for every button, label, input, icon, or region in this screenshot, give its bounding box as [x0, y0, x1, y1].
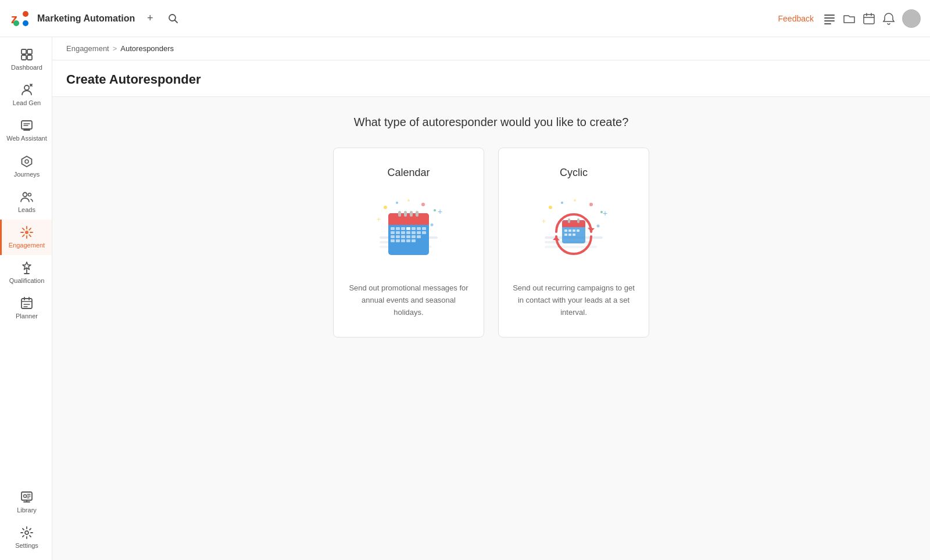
svg-rect-10 [824, 23, 831, 24]
settings-icon [20, 526, 34, 540]
svg-point-31 [25, 231, 28, 234]
svg-rect-111 [568, 229, 571, 232]
breadcrumb-parent[interactable]: Engagement [66, 44, 109, 53]
svg-text:+: + [603, 209, 607, 218]
sidebar-item-qualification[interactable]: Qualification [0, 255, 52, 290]
svg-rect-22 [22, 121, 32, 129]
sidebar-label-journeys: Journeys [14, 171, 40, 178]
svg-rect-93 [412, 239, 416, 242]
svg-point-29 [23, 192, 27, 196]
sidebar-label-web-assistant: Web Assistant [6, 135, 47, 142]
sidebar-label-qualification: Qualification [9, 277, 45, 285]
main-content: Engagement > Autoresponders Create Autor… [52, 37, 930, 560]
sidebar-item-journeys[interactable]: Journeys [0, 149, 52, 184]
calendar-card-description: Send out promotional messages for annual… [348, 282, 470, 318]
breadcrumb-separator: > [113, 44, 117, 53]
svg-rect-70 [396, 227, 400, 230]
svg-point-2 [23, 11, 28, 17]
feedback-button[interactable]: Feedback [778, 14, 814, 23]
cyclic-card-title: Cyclic [560, 167, 588, 179]
svg-point-56 [434, 209, 436, 211]
sidebar: Dashboard Lead Gen Web Assistant [0, 37, 52, 560]
sidebar-label-planner: Planner [16, 313, 38, 320]
svg-rect-67 [410, 211, 413, 217]
sidebar-item-settings[interactable]: Settings [9, 520, 43, 555]
sidebar-label-library: Library [17, 507, 37, 514]
svg-rect-82 [422, 231, 426, 234]
list-icon[interactable] [823, 12, 836, 25]
svg-rect-83 [391, 235, 395, 238]
svg-marker-27 [22, 156, 32, 167]
sidebar-item-engagement[interactable]: Engagement [0, 220, 52, 255]
sidebar-item-library[interactable]: Library [9, 484, 43, 520]
sidebar-label-dashboard: Dashboard [11, 64, 42, 71]
svg-point-55 [421, 203, 425, 206]
cyclic-card-description: Send out recurring campaigns to get in c… [513, 282, 635, 318]
planner-icon [20, 296, 34, 310]
bell-icon[interactable] [882, 12, 895, 25]
svg-rect-81 [417, 231, 421, 234]
svg-point-19 [24, 85, 29, 90]
svg-line-36 [23, 228, 24, 230]
svg-text:+: + [438, 207, 442, 216]
sidebar-bottom: Library Settings [9, 484, 43, 555]
cyclic-card[interactable]: Cyclic [498, 148, 649, 338]
sidebar-item-planner[interactable]: Planner [0, 290, 52, 326]
journeys-icon [20, 155, 34, 168]
sidebar-label-leads: Leads [18, 206, 35, 214]
svg-rect-116 [573, 234, 575, 236]
svg-point-57 [407, 199, 410, 202]
svg-line-6 [175, 20, 178, 23]
page-header: Create Autoresponder [52, 60, 930, 97]
svg-rect-79 [406, 231, 410, 234]
svg-rect-92 [406, 239, 410, 242]
svg-rect-109 [577, 218, 580, 223]
svg-rect-73 [412, 227, 416, 230]
topbar-right: Feedback [778, 9, 921, 28]
breadcrumb-current: Autoresponders [120, 44, 174, 53]
library-icon [20, 490, 34, 504]
svg-rect-78 [401, 231, 405, 234]
svg-rect-72 [406, 227, 410, 230]
sidebar-item-web-assistant[interactable]: Web Assistant [0, 113, 52, 148]
svg-point-54 [396, 202, 398, 204]
sidebar-item-lead-gen[interactable]: Lead Gen [0, 77, 52, 113]
topbar-left: z Marketing Automation + [9, 8, 181, 29]
svg-rect-77 [396, 231, 400, 234]
content-area: What type of autoresponder would you lik… [52, 97, 930, 560]
svg-rect-108 [568, 218, 570, 223]
app-title: Marketing Automation [37, 13, 135, 24]
svg-rect-110 [564, 229, 567, 232]
folder-icon[interactable] [843, 12, 856, 25]
svg-rect-85 [401, 235, 405, 238]
svg-point-30 [28, 193, 31, 196]
calendar-svg: + + [368, 196, 449, 265]
sidebar-item-dashboard[interactable]: Dashboard [0, 42, 52, 77]
svg-rect-65 [398, 211, 401, 217]
svg-line-39 [23, 235, 24, 236]
calendar-card[interactable]: Calendar [333, 148, 484, 338]
calendar-icon[interactable] [863, 12, 875, 25]
search-button[interactable] [165, 10, 181, 27]
svg-rect-112 [573, 229, 575, 232]
svg-point-52 [25, 531, 28, 534]
add-button[interactable]: + [142, 10, 158, 27]
calendar-illustration: + + [362, 193, 455, 268]
topbar-right-icons [823, 9, 921, 28]
svg-line-38 [29, 228, 31, 230]
avatar[interactable] [902, 9, 921, 28]
question-text: What type of autoresponder would you lik… [66, 116, 916, 129]
zoho-logo: z [9, 8, 30, 29]
sidebar-item-leads[interactable]: Leads [0, 184, 52, 220]
svg-rect-86 [406, 235, 410, 238]
qualification-icon [20, 261, 34, 275]
page-title: Create Autoresponder [66, 72, 916, 87]
svg-rect-15 [22, 49, 26, 54]
svg-point-49 [24, 494, 27, 497]
svg-line-37 [29, 235, 31, 236]
svg-rect-71 [401, 227, 405, 230]
topbar: z Marketing Automation + Feedback [0, 0, 930, 37]
cyclic-svg: + + [533, 196, 614, 265]
lead-gen-icon [20, 83, 34, 97]
svg-point-3 [23, 20, 28, 26]
